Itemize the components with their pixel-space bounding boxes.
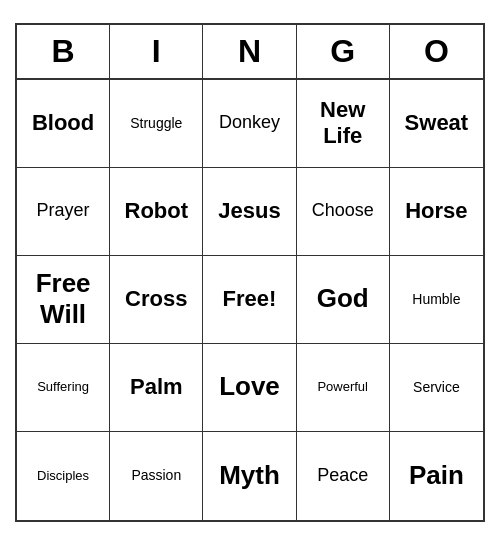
cell-text: Donkey — [219, 112, 280, 134]
cell-r1-c3: Choose — [297, 168, 390, 256]
cell-text: Jesus — [218, 198, 280, 224]
cell-text: Blood — [32, 110, 94, 136]
cell-r3-c1: Palm — [110, 344, 203, 432]
cell-r1-c4: Horse — [390, 168, 483, 256]
cell-r0-c2: Donkey — [203, 80, 296, 168]
cell-text: Palm — [130, 374, 183, 400]
cell-r4-c0: Disciples — [17, 432, 110, 520]
cell-text: Free! — [223, 286, 277, 312]
cell-text: Sweat — [405, 110, 469, 136]
cell-r4-c4: Pain — [390, 432, 483, 520]
cell-text: Choose — [312, 200, 374, 222]
cell-text: Humble — [412, 291, 460, 308]
header-letter-g: G — [297, 25, 390, 78]
cell-r0-c1: Struggle — [110, 80, 203, 168]
cell-text: Struggle — [130, 115, 182, 132]
cell-text: Free Will — [21, 268, 105, 330]
cell-text: Passion — [131, 467, 181, 484]
cell-text: Love — [219, 371, 280, 402]
cell-text: Disciples — [37, 468, 89, 484]
header-letter-i: I — [110, 25, 203, 78]
cell-text: Suffering — [37, 379, 89, 395]
cell-text: Prayer — [37, 200, 90, 222]
cell-r4-c2: Myth — [203, 432, 296, 520]
bingo-grid: BloodStruggleDonkeyNew LifeSweatPrayerRo… — [17, 80, 483, 520]
cell-r0-c4: Sweat — [390, 80, 483, 168]
cell-text: Robot — [125, 198, 189, 224]
cell-text: Pain — [409, 460, 464, 491]
cell-r2-c1: Cross — [110, 256, 203, 344]
cell-r4-c3: Peace — [297, 432, 390, 520]
cell-text: Cross — [125, 286, 187, 312]
cell-text: New Life — [301, 97, 385, 150]
bingo-card: BINGO BloodStruggleDonkeyNew LifeSweatPr… — [15, 23, 485, 522]
cell-r0-c3: New Life — [297, 80, 390, 168]
header-letter-b: B — [17, 25, 110, 78]
cell-r4-c1: Passion — [110, 432, 203, 520]
cell-r2-c3: God — [297, 256, 390, 344]
cell-r3-c0: Suffering — [17, 344, 110, 432]
bingo-header: BINGO — [17, 25, 483, 80]
cell-text: Horse — [405, 198, 467, 224]
cell-text: Service — [413, 379, 460, 396]
cell-r2-c2: Free! — [203, 256, 296, 344]
cell-r1-c0: Prayer — [17, 168, 110, 256]
header-letter-n: N — [203, 25, 296, 78]
cell-text: God — [317, 283, 369, 314]
cell-r0-c0: Blood — [17, 80, 110, 168]
cell-r2-c4: Humble — [390, 256, 483, 344]
cell-r2-c0: Free Will — [17, 256, 110, 344]
cell-r1-c1: Robot — [110, 168, 203, 256]
cell-r3-c3: Powerful — [297, 344, 390, 432]
cell-r3-c4: Service — [390, 344, 483, 432]
cell-text: Peace — [317, 465, 368, 487]
cell-text: Myth — [219, 460, 280, 491]
cell-r3-c2: Love — [203, 344, 296, 432]
header-letter-o: O — [390, 25, 483, 78]
cell-r1-c2: Jesus — [203, 168, 296, 256]
cell-text: Powerful — [317, 379, 368, 395]
